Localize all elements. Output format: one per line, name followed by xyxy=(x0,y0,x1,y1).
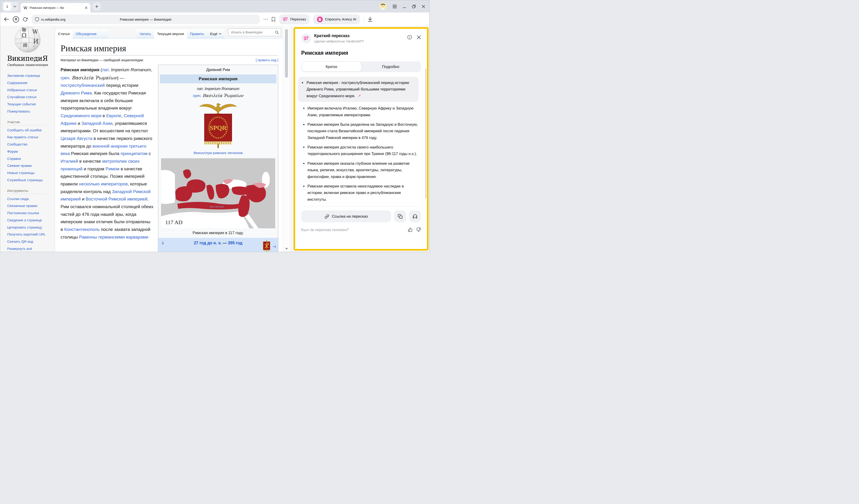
chevron-down-icon[interactable] xyxy=(11,5,18,7)
svg-text:ʼ: ʼ xyxy=(33,45,34,50)
successor-flag-labarum[interactable]: → xyxy=(262,240,276,252)
thumbs-down-icon[interactable] xyxy=(416,227,421,232)
search-icon[interactable] xyxy=(275,30,279,34)
article-link[interactable]: Италией xyxy=(61,159,78,164)
article-link[interactable]: Западной Азии xyxy=(81,121,112,126)
minimize-button[interactable] xyxy=(403,5,406,8)
article-link[interactable]: постреспубликанский xyxy=(61,83,105,88)
sidebar-tools-link[interactable]: Связанные правки xyxy=(7,204,55,208)
panel-scrollbar-thumb[interactable] xyxy=(425,69,426,199)
avatar[interactable] xyxy=(379,3,387,10)
sidebar-participation-link[interactable]: Сообщество xyxy=(7,142,55,147)
article-text: ) — xyxy=(117,75,124,80)
nav-right-icon[interactable]: → xyxy=(273,244,276,249)
wiki-tab-читать[interactable]: Читать xyxy=(136,29,154,38)
source-link-arrow-icon[interactable]: ↗ xyxy=(357,94,361,98)
new-tab-button[interactable] xyxy=(93,2,101,11)
wiki-tab-статья[interactable]: Статья xyxy=(55,29,73,39)
article-text: и xyxy=(77,121,81,126)
wiki-tab-править[interactable]: Править xyxy=(187,29,207,38)
search-input[interactable] xyxy=(231,30,275,34)
listen-button[interactable] xyxy=(409,211,421,222)
article-link[interactable]: Цезаря Августа xyxy=(61,136,92,141)
map-caption: Римская империя в 117 году. xyxy=(158,231,278,235)
tab-detailed[interactable]: Подробно xyxy=(361,62,420,72)
article-link[interactable]: лат. xyxy=(102,67,110,72)
summary-button[interactable]: Пересказ xyxy=(279,14,310,24)
article-link[interactable]: греч. xyxy=(61,75,71,80)
sidebar-tools-link[interactable]: Цитировать страницу xyxy=(7,225,55,230)
sidebar-tools-link[interactable]: Скачать QR-код xyxy=(7,240,55,244)
download-icon[interactable] xyxy=(368,17,373,22)
sidebar-tools-link[interactable]: Ссылки сюда xyxy=(7,197,55,201)
refresh-button[interactable] xyxy=(23,17,28,22)
sidebar-participation-link[interactable]: Форум xyxy=(7,150,55,154)
copy-link-button[interactable]: Ссылка на пересказ xyxy=(301,211,391,222)
wiki-scrollbar[interactable] xyxy=(283,26,290,252)
sidebar-nav-link[interactable]: Избранные статьи xyxy=(7,88,55,92)
sidebar-participation-link[interactable]: Новые страницы xyxy=(7,171,55,175)
wiki-search[interactable] xyxy=(228,28,281,36)
article-link[interactable]: Средиземного моря xyxy=(61,113,101,118)
yandex-button[interactable]: Я xyxy=(13,16,19,22)
wiki-tab-ещё[interactable]: Ещё xyxy=(207,29,224,38)
sidebar-participation-link[interactable]: Служебные страницы xyxy=(7,178,55,182)
tab-brief[interactable]: Кратко xyxy=(302,62,361,72)
bookmark-icon[interactable] xyxy=(271,17,275,22)
address-bar[interactable]: ru.wikipedia.org Римская империя — Викип… xyxy=(31,15,260,24)
sidebar-tools-link[interactable]: Сведения о странице xyxy=(7,218,55,223)
scroll-down-icon[interactable] xyxy=(285,248,288,250)
thumbs-up-icon[interactable] xyxy=(408,227,412,232)
vexillum-image[interactable]: SPQR xyxy=(158,101,278,150)
wiki-tab-обсуждение[interactable]: Обсуждение xyxy=(73,29,100,38)
article-text: Ри́мская импе́рия xyxy=(61,67,99,72)
sidebar-nav-link[interactable]: Текущие события xyxy=(7,102,55,107)
article-link[interactable]: Европе xyxy=(106,113,121,118)
nav-down-icon[interactable]: ↓ xyxy=(161,240,165,245)
info-icon[interactable] xyxy=(407,35,412,40)
sidebar-nav-link[interactable]: Заглавная страница xyxy=(7,74,55,78)
article-link[interactable]: принципатом xyxy=(121,151,148,156)
sidebar-tools-link[interactable]: Получить короткий URL xyxy=(7,232,55,237)
panel-close-icon[interactable] xyxy=(417,35,421,40)
close-button[interactable] xyxy=(422,5,425,8)
wikipedia-logo[interactable]: Ω W И 維 ʼ ВикипедиЯ Свободная энциклопед… xyxy=(7,27,48,66)
article-text: с xyxy=(148,151,151,156)
copy-text-button[interactable] xyxy=(394,211,406,222)
chevron-down-icon xyxy=(219,33,221,34)
article-link[interactable]: Равенны xyxy=(79,234,97,240)
sidebar-tools-link[interactable]: Развернуть всё xyxy=(7,247,55,251)
article-link[interactable]: Древнего Рима xyxy=(61,91,92,95)
sidebar-tools-link[interactable]: Постоянная ссылка xyxy=(7,211,55,215)
browser-tab[interactable]: W Римская империя — Ви xyxy=(21,3,90,13)
sidebar-participation-link[interactable]: Как править статьи xyxy=(7,135,55,139)
article-link[interactable]: германскими варварами xyxy=(99,234,148,240)
more-icon[interactable] xyxy=(263,19,268,20)
tab-group-button[interactable]: 1 xyxy=(3,2,18,11)
tab-close-icon[interactable] xyxy=(85,6,88,9)
sidebar-nav-link[interactable]: Случайная статья xyxy=(7,95,55,99)
article-link[interactable]: несколько императоров xyxy=(79,181,127,186)
article-link[interactable]: Константинополь xyxy=(64,227,100,232)
summary-bullet: Римская империя достигла своего наибольш… xyxy=(301,144,419,157)
period-link[interactable]: 27 год до н. э. — 395 год xyxy=(194,241,242,245)
scrollbar-thumb[interactable] xyxy=(285,29,288,78)
article-text: Imperium Romanum xyxy=(111,67,151,72)
article-text: период истории xyxy=(105,83,138,88)
sidebar-nav-link[interactable]: Пожертвовать xyxy=(7,109,55,114)
article-link[interactable]: Римом xyxy=(106,166,120,171)
restore-button[interactable] xyxy=(412,5,416,9)
alice-button[interactable]: Спросить Алису AI xyxy=(313,14,360,24)
shield-icon[interactable] xyxy=(35,17,39,21)
sidebar-nav-link[interactable]: Содержание xyxy=(7,81,55,85)
wiki-tab-текущая-версия[interactable]: Текущая версия xyxy=(154,29,187,39)
sidebar-participation-link[interactable]: Сообщить об ошибке xyxy=(7,128,55,133)
edit-code-link[interactable]: [ править код ] xyxy=(256,58,278,62)
sidebar-participation-link[interactable]: Справка xyxy=(7,157,55,161)
vexillum-caption[interactable]: Вексиллум римских легионов xyxy=(158,151,278,155)
menu-button[interactable] xyxy=(393,5,397,8)
sidebar-participation-link[interactable]: Свежие правки xyxy=(7,164,55,168)
back-button[interactable] xyxy=(4,17,9,21)
article-link[interactable]: Восточной Римской империей xyxy=(86,197,147,201)
empire-map-image[interactable]: 117 AD Mare Internum xyxy=(158,158,278,228)
